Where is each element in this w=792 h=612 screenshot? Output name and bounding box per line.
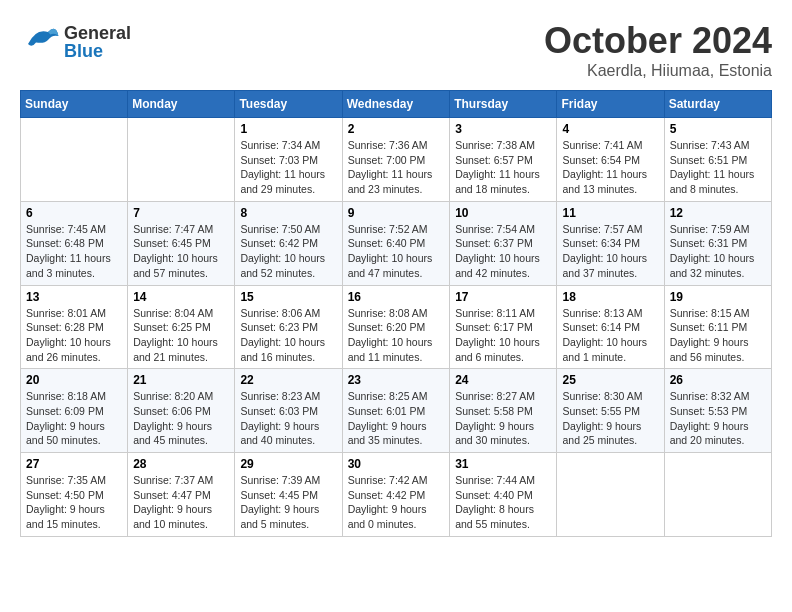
day-info: Sunrise: 8:04 AMSunset: 6:25 PMDaylight:… <box>133 306 229 365</box>
logo-blue: Blue <box>64 42 131 60</box>
calendar-cell: 5Sunrise: 7:43 AMSunset: 6:51 PMDaylight… <box>664 118 771 202</box>
day-info: Sunrise: 7:42 AMSunset: 4:42 PMDaylight:… <box>348 473 445 532</box>
day-number: 22 <box>240 373 336 387</box>
calendar-cell: 10Sunrise: 7:54 AMSunset: 6:37 PMDayligh… <box>450 201 557 285</box>
day-number: 18 <box>562 290 658 304</box>
day-info: Sunrise: 8:32 AMSunset: 5:53 PMDaylight:… <box>670 389 766 448</box>
day-info: Sunrise: 8:20 AMSunset: 6:06 PMDaylight:… <box>133 389 229 448</box>
day-info: Sunrise: 8:11 AMSunset: 6:17 PMDaylight:… <box>455 306 551 365</box>
calendar-cell <box>664 453 771 537</box>
day-number: 2 <box>348 122 445 136</box>
day-info: Sunrise: 7:52 AMSunset: 6:40 PMDaylight:… <box>348 222 445 281</box>
day-info: Sunrise: 8:08 AMSunset: 6:20 PMDaylight:… <box>348 306 445 365</box>
day-number: 23 <box>348 373 445 387</box>
calendar-cell: 29Sunrise: 7:39 AMSunset: 4:45 PMDayligh… <box>235 453 342 537</box>
day-info: Sunrise: 7:41 AMSunset: 6:54 PMDaylight:… <box>562 138 658 197</box>
calendar-week-row: 27Sunrise: 7:35 AMSunset: 4:50 PMDayligh… <box>21 453 772 537</box>
calendar-cell: 18Sunrise: 8:13 AMSunset: 6:14 PMDayligh… <box>557 285 664 369</box>
day-number: 29 <box>240 457 336 471</box>
calendar-week-row: 13Sunrise: 8:01 AMSunset: 6:28 PMDayligh… <box>21 285 772 369</box>
calendar-cell: 20Sunrise: 8:18 AMSunset: 6:09 PMDayligh… <box>21 369 128 453</box>
day-info: Sunrise: 7:44 AMSunset: 4:40 PMDaylight:… <box>455 473 551 532</box>
calendar-cell: 24Sunrise: 8:27 AMSunset: 5:58 PMDayligh… <box>450 369 557 453</box>
day-number: 24 <box>455 373 551 387</box>
day-number: 12 <box>670 206 766 220</box>
calendar-cell: 13Sunrise: 8:01 AMSunset: 6:28 PMDayligh… <box>21 285 128 369</box>
day-info: Sunrise: 7:47 AMSunset: 6:45 PMDaylight:… <box>133 222 229 281</box>
calendar-cell: 23Sunrise: 8:25 AMSunset: 6:01 PMDayligh… <box>342 369 450 453</box>
logo-icon <box>20 20 60 64</box>
calendar-cell: 7Sunrise: 7:47 AMSunset: 6:45 PMDaylight… <box>128 201 235 285</box>
calendar-cell: 21Sunrise: 8:20 AMSunset: 6:06 PMDayligh… <box>128 369 235 453</box>
day-info: Sunrise: 8:06 AMSunset: 6:23 PMDaylight:… <box>240 306 336 365</box>
day-info: Sunrise: 7:39 AMSunset: 4:45 PMDaylight:… <box>240 473 336 532</box>
day-info: Sunrise: 8:01 AMSunset: 6:28 PMDaylight:… <box>26 306 122 365</box>
day-number: 7 <box>133 206 229 220</box>
calendar-header-thursday: Thursday <box>450 91 557 118</box>
day-number: 1 <box>240 122 336 136</box>
calendar-cell: 1Sunrise: 7:34 AMSunset: 7:03 PMDaylight… <box>235 118 342 202</box>
calendar-cell: 12Sunrise: 7:59 AMSunset: 6:31 PMDayligh… <box>664 201 771 285</box>
day-info: Sunrise: 8:25 AMSunset: 6:01 PMDaylight:… <box>348 389 445 448</box>
day-info: Sunrise: 8:30 AMSunset: 5:55 PMDaylight:… <box>562 389 658 448</box>
calendar-week-row: 20Sunrise: 8:18 AMSunset: 6:09 PMDayligh… <box>21 369 772 453</box>
day-number: 21 <box>133 373 229 387</box>
month-title: October 2024 <box>544 20 772 62</box>
calendar-table: SundayMondayTuesdayWednesdayThursdayFrid… <box>20 90 772 537</box>
day-number: 26 <box>670 373 766 387</box>
calendar-cell: 9Sunrise: 7:52 AMSunset: 6:40 PMDaylight… <box>342 201 450 285</box>
calendar-cell: 17Sunrise: 8:11 AMSunset: 6:17 PMDayligh… <box>450 285 557 369</box>
day-info: Sunrise: 8:13 AMSunset: 6:14 PMDaylight:… <box>562 306 658 365</box>
calendar-header-tuesday: Tuesday <box>235 91 342 118</box>
day-number: 19 <box>670 290 766 304</box>
calendar-cell <box>21 118 128 202</box>
day-number: 15 <box>240 290 336 304</box>
calendar-cell: 6Sunrise: 7:45 AMSunset: 6:48 PMDaylight… <box>21 201 128 285</box>
day-number: 17 <box>455 290 551 304</box>
calendar-cell: 31Sunrise: 7:44 AMSunset: 4:40 PMDayligh… <box>450 453 557 537</box>
day-number: 4 <box>562 122 658 136</box>
day-number: 14 <box>133 290 229 304</box>
day-number: 3 <box>455 122 551 136</box>
logo-text: General Blue <box>64 24 131 60</box>
calendar-cell: 16Sunrise: 8:08 AMSunset: 6:20 PMDayligh… <box>342 285 450 369</box>
calendar-cell: 30Sunrise: 7:42 AMSunset: 4:42 PMDayligh… <box>342 453 450 537</box>
day-number: 28 <box>133 457 229 471</box>
day-number: 27 <box>26 457 122 471</box>
day-info: Sunrise: 7:37 AMSunset: 4:47 PMDaylight:… <box>133 473 229 532</box>
calendar-cell: 19Sunrise: 8:15 AMSunset: 6:11 PMDayligh… <box>664 285 771 369</box>
day-info: Sunrise: 7:57 AMSunset: 6:34 PMDaylight:… <box>562 222 658 281</box>
day-info: Sunrise: 8:27 AMSunset: 5:58 PMDaylight:… <box>455 389 551 448</box>
day-number: 9 <box>348 206 445 220</box>
day-info: Sunrise: 7:34 AMSunset: 7:03 PMDaylight:… <box>240 138 336 197</box>
day-number: 13 <box>26 290 122 304</box>
day-number: 25 <box>562 373 658 387</box>
calendar-header-wednesday: Wednesday <box>342 91 450 118</box>
calendar-header-friday: Friday <box>557 91 664 118</box>
day-info: Sunrise: 7:54 AMSunset: 6:37 PMDaylight:… <box>455 222 551 281</box>
calendar-cell: 25Sunrise: 8:30 AMSunset: 5:55 PMDayligh… <box>557 369 664 453</box>
day-info: Sunrise: 7:45 AMSunset: 6:48 PMDaylight:… <box>26 222 122 281</box>
calendar-cell: 26Sunrise: 8:32 AMSunset: 5:53 PMDayligh… <box>664 369 771 453</box>
day-info: Sunrise: 7:36 AMSunset: 7:00 PMDaylight:… <box>348 138 445 197</box>
calendar-cell: 3Sunrise: 7:38 AMSunset: 6:57 PMDaylight… <box>450 118 557 202</box>
calendar-header-saturday: Saturday <box>664 91 771 118</box>
calendar-cell: 15Sunrise: 8:06 AMSunset: 6:23 PMDayligh… <box>235 285 342 369</box>
day-number: 16 <box>348 290 445 304</box>
day-number: 30 <box>348 457 445 471</box>
calendar-week-row: 6Sunrise: 7:45 AMSunset: 6:48 PMDaylight… <box>21 201 772 285</box>
calendar-header-sunday: Sunday <box>21 91 128 118</box>
logo: General Blue <box>20 20 131 64</box>
calendar-cell: 11Sunrise: 7:57 AMSunset: 6:34 PMDayligh… <box>557 201 664 285</box>
day-info: Sunrise: 7:50 AMSunset: 6:42 PMDaylight:… <box>240 222 336 281</box>
day-info: Sunrise: 7:35 AMSunset: 4:50 PMDaylight:… <box>26 473 122 532</box>
page-header: General Blue October 2024 Kaerdla, Hiium… <box>20 20 772 80</box>
calendar-cell: 8Sunrise: 7:50 AMSunset: 6:42 PMDaylight… <box>235 201 342 285</box>
calendar-cell <box>557 453 664 537</box>
day-info: Sunrise: 8:15 AMSunset: 6:11 PMDaylight:… <box>670 306 766 365</box>
calendar-cell: 4Sunrise: 7:41 AMSunset: 6:54 PMDaylight… <box>557 118 664 202</box>
calendar-header-monday: Monday <box>128 91 235 118</box>
calendar-cell: 2Sunrise: 7:36 AMSunset: 7:00 PMDaylight… <box>342 118 450 202</box>
calendar-cell: 14Sunrise: 8:04 AMSunset: 6:25 PMDayligh… <box>128 285 235 369</box>
location: Kaerdla, Hiiumaa, Estonia <box>544 62 772 80</box>
